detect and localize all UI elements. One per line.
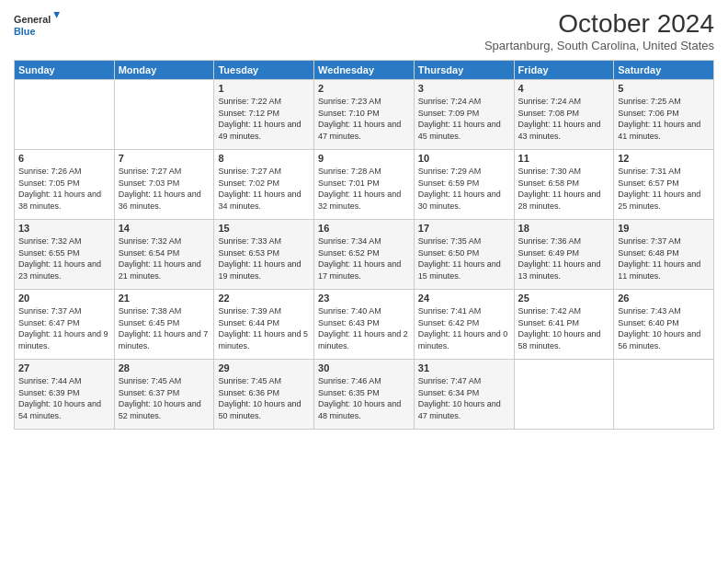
day-info: Sunrise: 7:32 AMSunset: 6:54 PMDaylight:…	[119, 236, 210, 282]
calendar-cell: 22Sunrise: 7:39 AMSunset: 6:44 PMDayligh…	[214, 290, 314, 360]
title-block: October 2024 Spartanburg, South Carolina…	[484, 9, 714, 52]
calendar-cell: 12Sunrise: 7:31 AMSunset: 6:57 PMDayligh…	[614, 150, 714, 220]
day-info: Sunrise: 7:40 AMSunset: 6:43 PMDaylight:…	[318, 305, 410, 351]
day-info: Sunrise: 7:24 AMSunset: 7:08 PMDaylight:…	[518, 96, 610, 142]
day-number: 23	[318, 293, 410, 304]
day-number: 28	[119, 362, 210, 373]
day-number: 18	[518, 223, 610, 234]
day-info: Sunrise: 7:23 AMSunset: 7:10 PMDaylight:…	[318, 96, 410, 142]
day-number: 15	[218, 223, 310, 234]
calendar-cell: 24Sunrise: 7:41 AMSunset: 6:42 PMDayligh…	[414, 290, 514, 360]
day-number: 7	[119, 153, 210, 164]
calendar-cell: 9Sunrise: 7:28 AMSunset: 7:01 PMDaylight…	[314, 150, 415, 220]
calendar-cell: 20Sunrise: 7:37 AMSunset: 6:47 PMDayligh…	[15, 290, 115, 360]
calendar-cell: 1Sunrise: 7:22 AMSunset: 7:12 PMDaylight…	[214, 80, 314, 150]
calendar-cell: 18Sunrise: 7:36 AMSunset: 6:49 PMDayligh…	[514, 220, 614, 290]
day-info: Sunrise: 7:44 AMSunset: 6:39 PMDaylight:…	[18, 375, 110, 421]
day-number: 10	[418, 153, 510, 164]
calendar-week-4: 20Sunrise: 7:37 AMSunset: 6:47 PMDayligh…	[15, 290, 714, 360]
calendar-cell: 25Sunrise: 7:42 AMSunset: 6:41 PMDayligh…	[514, 290, 614, 360]
day-info: Sunrise: 7:37 AMSunset: 6:48 PMDaylight:…	[618, 236, 710, 282]
day-number: 11	[518, 153, 610, 164]
location: Spartanburg, South Carolina, United Stat…	[484, 39, 714, 52]
day-info: Sunrise: 7:45 AMSunset: 6:36 PMDaylight:…	[218, 375, 310, 421]
day-info: Sunrise: 7:46 AMSunset: 6:35 PMDaylight:…	[318, 375, 410, 421]
day-number: 8	[218, 153, 310, 164]
day-info: Sunrise: 7:27 AMSunset: 7:02 PMDaylight:…	[218, 166, 310, 212]
day-number: 5	[618, 83, 710, 94]
day-info: Sunrise: 7:27 AMSunset: 7:03 PMDaylight:…	[119, 166, 210, 212]
page: General Blue October 2024 Spartanburg, S…	[0, 0, 728, 563]
day-info: Sunrise: 7:22 AMSunset: 7:12 PMDaylight:…	[218, 96, 310, 142]
calendar-cell: 2Sunrise: 7:23 AMSunset: 7:10 PMDaylight…	[314, 80, 415, 150]
day-info: Sunrise: 7:28 AMSunset: 7:01 PMDaylight:…	[318, 166, 410, 212]
calendar-week-2: 6Sunrise: 7:26 AMSunset: 7:05 PMDaylight…	[15, 150, 714, 220]
calendar-cell: 8Sunrise: 7:27 AMSunset: 7:02 PMDaylight…	[214, 150, 314, 220]
day-number: 31	[418, 362, 510, 373]
logo-svg: General Blue	[14, 9, 60, 42]
day-info: Sunrise: 7:37 AMSunset: 6:47 PMDaylight:…	[18, 305, 110, 351]
day-number: 16	[318, 223, 410, 234]
day-number: 13	[18, 223, 110, 234]
day-number: 4	[518, 83, 610, 94]
day-info: Sunrise: 7:25 AMSunset: 7:06 PMDaylight:…	[618, 96, 710, 142]
day-info: Sunrise: 7:24 AMSunset: 7:09 PMDaylight:…	[418, 96, 510, 142]
svg-text:General: General	[14, 14, 51, 25]
day-number: 17	[418, 223, 510, 234]
calendar-cell	[114, 80, 214, 150]
calendar-cell: 5Sunrise: 7:25 AMSunset: 7:06 PMDaylight…	[614, 80, 714, 150]
day-info: Sunrise: 7:30 AMSunset: 6:58 PMDaylight:…	[518, 166, 610, 212]
calendar-cell: 28Sunrise: 7:45 AMSunset: 6:37 PMDayligh…	[114, 360, 214, 430]
calendar-cell: 4Sunrise: 7:24 AMSunset: 7:08 PMDaylight…	[514, 80, 614, 150]
day-number: 12	[618, 153, 710, 164]
calendar-cell: 26Sunrise: 7:43 AMSunset: 6:40 PMDayligh…	[614, 290, 714, 360]
calendar-cell: 19Sunrise: 7:37 AMSunset: 6:48 PMDayligh…	[614, 220, 714, 290]
day-info: Sunrise: 7:39 AMSunset: 6:44 PMDaylight:…	[218, 305, 310, 351]
col-thursday: Thursday	[414, 61, 514, 80]
day-info: Sunrise: 7:45 AMSunset: 6:37 PMDaylight:…	[119, 375, 210, 421]
calendar-cell: 17Sunrise: 7:35 AMSunset: 6:50 PMDayligh…	[414, 220, 514, 290]
calendar-cell: 14Sunrise: 7:32 AMSunset: 6:54 PMDayligh…	[114, 220, 214, 290]
col-tuesday: Tuesday	[214, 61, 314, 80]
day-info: Sunrise: 7:34 AMSunset: 6:52 PMDaylight:…	[318, 236, 410, 282]
day-number: 30	[318, 362, 410, 373]
calendar-week-3: 13Sunrise: 7:32 AMSunset: 6:55 PMDayligh…	[15, 220, 714, 290]
calendar-cell: 16Sunrise: 7:34 AMSunset: 6:52 PMDayligh…	[314, 220, 415, 290]
calendar-cell	[15, 80, 115, 150]
day-number: 26	[618, 293, 710, 304]
calendar-cell: 6Sunrise: 7:26 AMSunset: 7:05 PMDaylight…	[15, 150, 115, 220]
calendar-table: Sunday Monday Tuesday Wednesday Thursday…	[14, 60, 714, 430]
day-number: 3	[418, 83, 510, 94]
calendar-cell: 10Sunrise: 7:29 AMSunset: 6:59 PMDayligh…	[414, 150, 514, 220]
day-number: 1	[218, 83, 310, 94]
col-friday: Friday	[514, 61, 614, 80]
header: General Blue October 2024 Spartanburg, S…	[14, 9, 714, 52]
calendar-cell: 30Sunrise: 7:46 AMSunset: 6:35 PMDayligh…	[314, 360, 415, 430]
day-number: 6	[18, 153, 110, 164]
day-number: 27	[18, 362, 110, 373]
day-number: 21	[119, 293, 210, 304]
day-info: Sunrise: 7:35 AMSunset: 6:50 PMDaylight:…	[418, 236, 510, 282]
calendar-cell	[614, 360, 714, 430]
calendar-week-5: 27Sunrise: 7:44 AMSunset: 6:39 PMDayligh…	[15, 360, 714, 430]
svg-text:Blue: Blue	[14, 26, 35, 37]
day-info: Sunrise: 7:29 AMSunset: 6:59 PMDaylight:…	[418, 166, 510, 212]
calendar-week-1: 1Sunrise: 7:22 AMSunset: 7:12 PMDaylight…	[15, 80, 714, 150]
day-info: Sunrise: 7:47 AMSunset: 6:34 PMDaylight:…	[418, 375, 510, 421]
calendar-cell: 31Sunrise: 7:47 AMSunset: 6:34 PMDayligh…	[414, 360, 514, 430]
day-info: Sunrise: 7:36 AMSunset: 6:49 PMDaylight:…	[518, 236, 610, 282]
logo: General Blue	[14, 9, 60, 42]
calendar-cell: 23Sunrise: 7:40 AMSunset: 6:43 PMDayligh…	[314, 290, 415, 360]
calendar-cell: 13Sunrise: 7:32 AMSunset: 6:55 PMDayligh…	[15, 220, 115, 290]
day-number: 25	[518, 293, 610, 304]
col-wednesday: Wednesday	[314, 61, 415, 80]
day-number: 14	[119, 223, 210, 234]
day-number: 9	[318, 153, 410, 164]
col-sunday: Sunday	[15, 61, 115, 80]
svg-marker-1	[53, 12, 60, 18]
day-number: 2	[318, 83, 410, 94]
day-number: 19	[618, 223, 710, 234]
calendar-cell: 21Sunrise: 7:38 AMSunset: 6:45 PMDayligh…	[114, 290, 214, 360]
calendar-cell: 29Sunrise: 7:45 AMSunset: 6:36 PMDayligh…	[214, 360, 314, 430]
day-info: Sunrise: 7:41 AMSunset: 6:42 PMDaylight:…	[418, 305, 510, 351]
